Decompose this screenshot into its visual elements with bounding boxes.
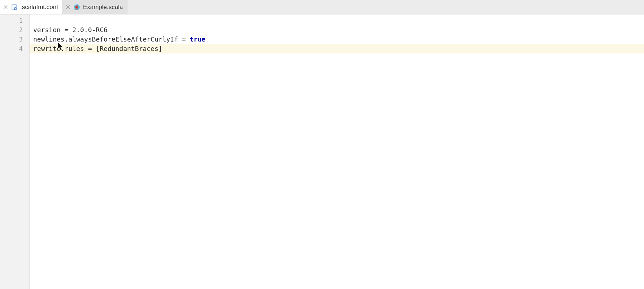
svg-point-4 [15, 8, 16, 9]
tab-example-scala[interactable]: Example.scala [63, 0, 128, 14]
code-line: version = 2.0.0-RC6 [30, 25, 644, 35]
editor-area: 1 2 3 4 version = 2.0.0-RC6 newlines.alw… [0, 14, 644, 289]
gutter: 1 2 3 4 [0, 14, 30, 289]
code-line: newlines.alwaysBeforeElseAfterCurlyIf = … [30, 35, 644, 44]
close-icon[interactable] [66, 5, 71, 10]
gutter-line-number: 1 [0, 16, 29, 25]
code-line [30, 16, 644, 25]
file-scala-icon [74, 4, 80, 10]
tab-label: .scalafmt.conf [20, 4, 58, 11]
code-line-current: rewrite.rules = [RedundantBraces] [30, 44, 644, 53]
tabs-bar: .scalafmt.conf Example.scala [0, 0, 644, 14]
tab-label: Example.scala [83, 4, 123, 11]
gutter-line-number: 2 [0, 25, 29, 35]
code-text-area[interactable]: version = 2.0.0-RC6 newlines.alwaysBefor… [30, 14, 644, 289]
tab-scalafmt-conf[interactable]: .scalafmt.conf [0, 0, 63, 14]
gutter-line-number: 4 [0, 44, 29, 53]
keyword-true: true [190, 35, 205, 43]
close-icon[interactable] [3, 5, 8, 10]
gutter-line-number: 3 [0, 35, 29, 44]
file-conf-icon [11, 4, 17, 10]
